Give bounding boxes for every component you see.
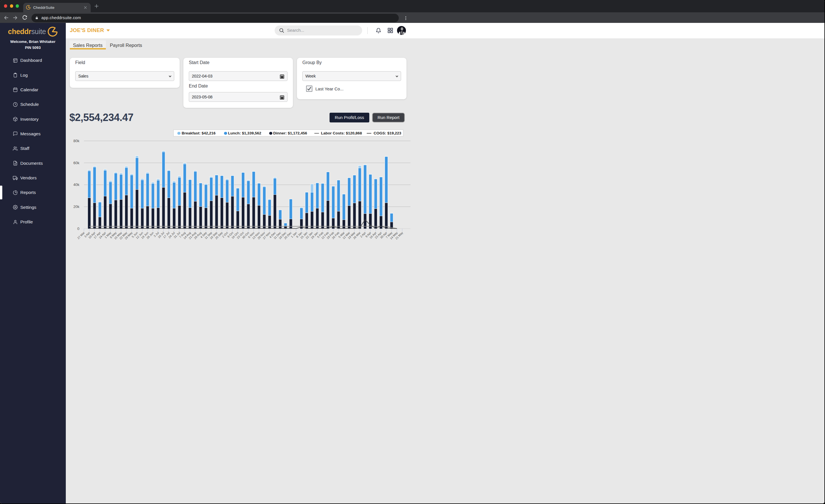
svg-text:20k: 20k: [73, 205, 79, 209]
svg-text:80k: 80k: [73, 139, 79, 143]
svg-text:60k: 60k: [73, 161, 79, 165]
svg-text:0: 0: [77, 226, 79, 231]
svg-text:40k: 40k: [73, 183, 79, 187]
